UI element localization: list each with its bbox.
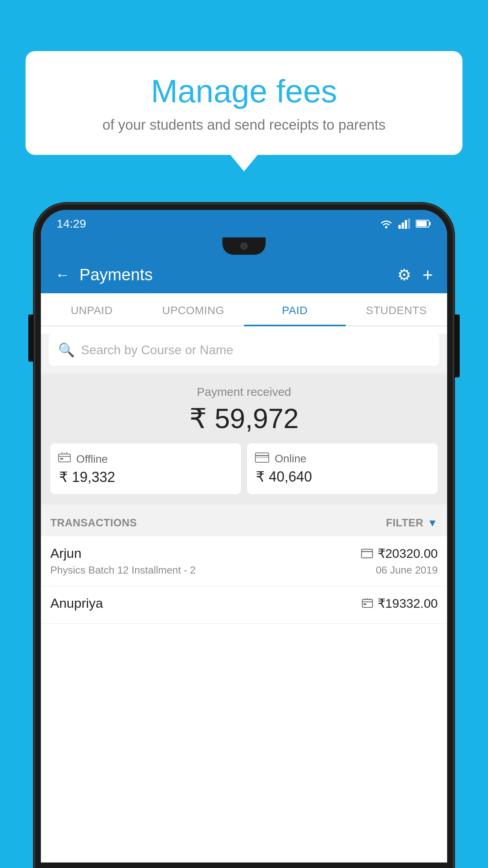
app-bar-right: ⚙ + <box>397 264 433 285</box>
transaction-row1-anupriya: Anupriya ₹19332.00 <box>50 596 438 611</box>
notch <box>222 237 266 255</box>
svg-rect-10 <box>60 458 63 460</box>
svg-rect-16 <box>362 600 372 607</box>
speech-bubble-container: Manage fees of your students and send re… <box>26 51 462 155</box>
transaction-row2: Physics Batch 12 Installment - 2 06 June… <box>50 564 438 576</box>
filter-button[interactable]: FILTER ▼ <box>386 517 438 529</box>
settings-button[interactable]: ⚙ <box>397 266 411 284</box>
bubble-subtitle: of your students and send receipts to pa… <box>49 117 439 133</box>
transactions-header: TRANSACTIONS FILTER ▼ <box>41 508 447 536</box>
transaction-amount-anupriya: ₹19332.00 <box>362 596 438 611</box>
offline-icon <box>58 452 71 466</box>
payment-total-amount: ₹ 59,972 <box>49 403 439 435</box>
transaction-row1: Arjun ₹20320.00 <box>50 546 438 561</box>
offline-card: Offline ₹ 19,332 <box>50 443 241 494</box>
tab-unpaid[interactable]: UNPAID <box>41 293 143 326</box>
svg-rect-6 <box>429 222 431 225</box>
amount-anupriya: ₹19332.00 <box>378 596 438 611</box>
search-icon: 🔍 <box>58 342 75 358</box>
payment-cards: Offline ₹ 19,332 <box>49 443 439 494</box>
battery-icon <box>416 219 431 228</box>
transaction-amount-arjun: ₹20320.00 <box>361 546 438 561</box>
phone-frame: 14:29 <box>35 204 453 868</box>
filter-icon: ▼ <box>427 517 438 529</box>
app-bar: ← Payments ⚙ + <box>41 256 447 293</box>
status-time: 14:29 <box>57 217 86 230</box>
status-icons <box>380 219 431 229</box>
transaction-name-arjun: Arjun <box>50 546 81 561</box>
offline-amount: ₹ 19,332 <box>59 469 115 485</box>
tab-students[interactable]: STUDENTS <box>346 293 448 326</box>
payment-received-label: Payment received <box>49 385 439 399</box>
transaction-name-anupriya: Anupriya <box>50 596 103 611</box>
svg-rect-14 <box>361 549 372 558</box>
online-payment-icon <box>361 549 373 558</box>
add-button[interactable]: + <box>422 264 433 285</box>
wifi-icon <box>380 219 393 229</box>
transaction-item-arjun[interactable]: Arjun ₹20320.00 Physics Batch 12 Install… <box>41 536 447 586</box>
search-input[interactable]: Search by Course or Name <box>81 343 233 357</box>
bubble-title: Manage fees <box>49 73 439 110</box>
offline-label: Offline <box>76 453 108 465</box>
svg-rect-2 <box>402 223 404 229</box>
status-bar: 14:29 <box>41 210 447 236</box>
tabs: UNPAID UPCOMING PAID STUDENTS <box>41 293 447 326</box>
offline-card-header: Offline <box>58 452 108 466</box>
app-bar-left: ← Payments <box>55 265 153 284</box>
online-icon <box>255 452 269 465</box>
offline-payment-icon <box>362 598 373 609</box>
transaction-date-arjun: 06 June 2019 <box>376 564 438 576</box>
online-amount: ₹ 40,640 <box>256 469 312 485</box>
back-button[interactable]: ← <box>55 267 70 283</box>
payment-received-section: Payment received ₹ 59,972 <box>41 373 447 504</box>
app-bar-title: Payments <box>79 265 153 284</box>
transactions-label: TRANSACTIONS <box>50 517 137 529</box>
tab-upcoming[interactable]: UPCOMING <box>143 293 244 326</box>
phone-screen: 14:29 <box>41 210 447 862</box>
signal-icon <box>398 219 410 229</box>
transaction-item-anupriya[interactable]: Anupriya ₹19332.00 <box>41 586 447 624</box>
notch-area <box>41 236 447 256</box>
online-card-header: Online <box>255 452 306 465</box>
svg-rect-8 <box>59 454 70 462</box>
content-area: 🔍 Search by Course or Name Payment recei… <box>41 334 447 624</box>
camera <box>240 243 248 250</box>
online-card: Online ₹ 40,640 <box>247 443 438 494</box>
online-label: Online <box>275 452 306 465</box>
svg-rect-1 <box>398 225 401 229</box>
svg-point-0 <box>385 226 387 228</box>
svg-rect-3 <box>405 220 407 229</box>
search-bar[interactable]: 🔍 Search by Course or Name <box>49 334 439 366</box>
svg-rect-18 <box>363 603 366 605</box>
tab-paid[interactable]: PAID <box>244 293 346 326</box>
speech-bubble: Manage fees of your students and send re… <box>26 51 462 155</box>
svg-rect-7 <box>416 221 427 226</box>
amount-arjun: ₹20320.00 <box>378 546 438 561</box>
transaction-course-arjun: Physics Batch 12 Installment - 2 <box>50 564 196 576</box>
svg-rect-4 <box>408 219 410 229</box>
filter-label: FILTER <box>386 517 423 529</box>
